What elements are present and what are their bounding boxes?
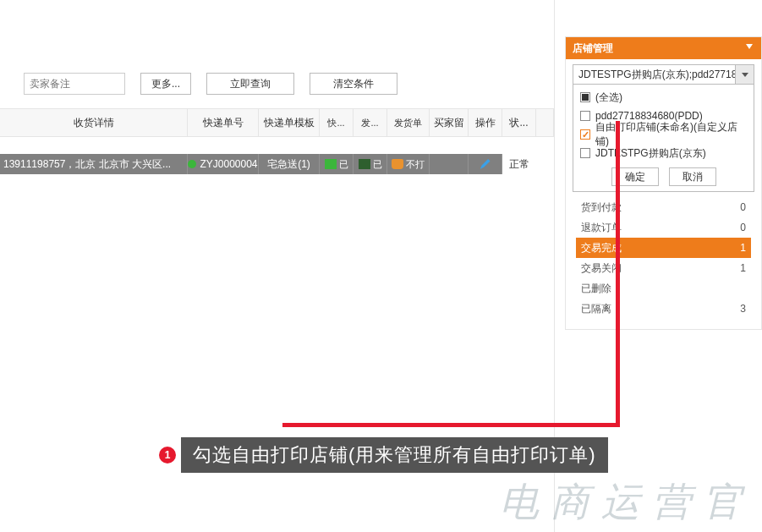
cancel-button[interactable]: 取消: [669, 167, 716, 186]
cell-rest: [536, 154, 554, 174]
recv-text: 13911198757，北京 北京市 大兴区...: [3, 157, 171, 172]
stat-value: 0: [740, 222, 746, 233]
col-rest: [536, 109, 554, 136]
stat-row[interactable]: 已隔离3: [576, 299, 751, 319]
shop-select-toggle[interactable]: [736, 64, 754, 85]
opt-all-label: (全选): [595, 90, 622, 105]
shop-panel: 店铺管理 JDTESTPG拼购店(京东);pdd27718... (全选) pd…: [565, 36, 762, 330]
col-op[interactable]: 操作: [469, 109, 502, 136]
seller-note-input[interactable]: [24, 73, 125, 95]
col-tracking[interactable]: 快递单号: [188, 109, 259, 136]
callout-line: [616, 121, 620, 427]
send-text: 已: [373, 158, 382, 171]
table-header: 收货详情 快递单号 快递单模板 快... 发... 发货单 买家留 操作 状..…: [0, 108, 554, 137]
panel-header: 店铺管理: [566, 37, 761, 59]
col-template[interactable]: 快递单模板: [259, 109, 320, 136]
stat-list: 货到付款0退款订单0交易完成1交易关闭1已删除已隔离3: [566, 192, 761, 329]
stat-row[interactable]: 货到付款0: [576, 197, 751, 217]
clear-button[interactable]: 清空条件: [310, 73, 397, 95]
package-icon: [392, 159, 403, 169]
cell-tracking: ZYJ0000004: [188, 154, 259, 174]
checkbox-mixed-icon[interactable]: [580, 92, 590, 102]
stat-row[interactable]: 已删除: [576, 278, 751, 299]
cell-ship: 不打: [387, 154, 430, 174]
checkbox-checked-icon[interactable]: [580, 129, 590, 140]
chevron-down-icon: [742, 73, 748, 77]
stat-row[interactable]: 退款订单0: [576, 217, 751, 238]
stat-row[interactable]: 交易关闭1: [576, 258, 751, 278]
panel-title: 店铺管理: [573, 41, 613, 56]
status-dot-icon: [188, 160, 196, 168]
checkbox-icon[interactable]: [580, 148, 590, 158]
stat-value: 1: [740, 262, 746, 274]
col-buyer[interactable]: 买家留: [430, 109, 469, 136]
cell-op[interactable]: [469, 154, 502, 174]
ship-text: 不打: [406, 158, 425, 171]
table-row[interactable]: 13911198757，北京 北京市 大兴区... ZYJ0000004 宅急送…: [0, 154, 554, 174]
stat-value: 1: [740, 242, 746, 254]
col-status[interactable]: 状...: [502, 109, 536, 136]
tracking-text: ZYJ0000004: [200, 158, 257, 170]
shop-option-free[interactable]: 自由打印店铺(未命名)(自定义店铺): [573, 125, 754, 144]
shop-buttons: 确定 取消: [573, 167, 754, 186]
chat-icon: [359, 159, 370, 169]
stat-row[interactable]: 交易完成1: [576, 238, 751, 258]
stat-label: 已删除: [581, 282, 611, 296]
shop-select[interactable]: JDTESTPG拼购店(京东);pdd27718...: [573, 64, 754, 85]
toolbar: 更多... 立即查询 清空条件: [0, 71, 554, 96]
col-recv[interactable]: 收货详情: [0, 109, 188, 136]
cell-template: 宅急送(1): [259, 154, 320, 174]
shop-option-all[interactable]: (全选): [573, 88, 754, 107]
callout-line: [282, 423, 620, 427]
edit-icon[interactable]: [480, 159, 491, 169]
col-send[interactable]: 发...: [354, 109, 387, 136]
opt-jd-label: JDTESTPG拼购店(京东): [595, 146, 706, 161]
shop-dropdown: (全选) pdd27718834680(PDD) 自由打印店铺(未命名)(自定义…: [573, 85, 754, 192]
exp-text: 已: [339, 158, 348, 171]
stat-value: 0: [740, 201, 746, 213]
col-express[interactable]: 快...: [320, 109, 354, 136]
printer-icon: [325, 159, 337, 169]
stat-value: 3: [740, 303, 746, 315]
cell-express: 已: [320, 154, 354, 174]
stat-label: 已隔离: [581, 302, 611, 316]
cell-status: 正常: [502, 154, 536, 174]
col-ship[interactable]: 发货单: [387, 109, 430, 136]
cell-buyer: [430, 154, 469, 174]
pin-icon[interactable]: [746, 44, 754, 52]
callout-badge: 1: [159, 447, 176, 463]
shop-select-text: JDTESTPG拼购店(京东);pdd27718...: [573, 64, 736, 85]
more-button[interactable]: 更多...: [140, 73, 191, 95]
callout-text: 勾选自由打印店铺(用来管理所有自由打印订单): [181, 437, 608, 473]
cell-send: 已: [354, 154, 387, 174]
query-button[interactable]: 立即查询: [206, 73, 294, 95]
checkbox-icon[interactable]: [580, 111, 590, 121]
cell-recv: 13911198757，北京 北京市 大兴区...: [0, 154, 188, 174]
